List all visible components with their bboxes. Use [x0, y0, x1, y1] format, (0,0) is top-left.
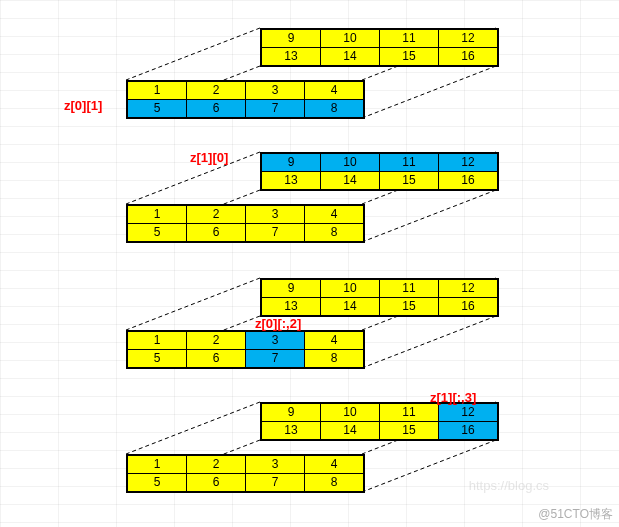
array-cell: 14	[321, 172, 380, 191]
array-cell: 15	[380, 422, 439, 441]
array-cell: 5	[127, 100, 187, 119]
array-cell: 6	[187, 350, 246, 369]
array-cell: 15	[380, 48, 439, 67]
array-cell: 16	[439, 172, 499, 191]
back-array: 910111213141516	[260, 152, 499, 191]
array-cell: 4	[305, 205, 365, 224]
array-cell: 12	[439, 29, 499, 48]
watermark-faint: https://blog.cs	[469, 478, 549, 493]
back-array: 910111213141516	[260, 28, 499, 67]
array-cell: 8	[305, 350, 365, 369]
array-cell: 16	[439, 422, 499, 441]
array-cell: 6	[187, 224, 246, 243]
array-cell: 13	[261, 298, 321, 317]
array-cell: 13	[261, 422, 321, 441]
array-cell: 12	[439, 403, 499, 422]
array-cell: 2	[187, 331, 246, 350]
array-cell: 9	[261, 29, 321, 48]
array-cell: 7	[246, 100, 305, 119]
array-cell: 13	[261, 48, 321, 67]
array-cell: 8	[305, 100, 365, 119]
array-cell: 15	[380, 298, 439, 317]
array-cell: 16	[439, 48, 499, 67]
array-cell: 2	[187, 81, 246, 100]
array-cell: 5	[127, 224, 187, 243]
index-label: z[1][:,3]	[430, 390, 476, 405]
array-cell: 11	[380, 29, 439, 48]
array-cell: 4	[305, 455, 365, 474]
array-cell: 1	[127, 205, 187, 224]
front-array: 12345678	[126, 204, 365, 243]
back-array: 910111213141516	[260, 278, 499, 317]
array-cell: 10	[321, 153, 380, 172]
array-cell: 3	[246, 455, 305, 474]
array-cell: 10	[321, 279, 380, 298]
index-label: z[0][1]	[64, 98, 102, 113]
array-cell: 14	[321, 48, 380, 67]
array-cell: 9	[261, 279, 321, 298]
array-cell: 9	[261, 153, 321, 172]
array-cell: 10	[321, 403, 380, 422]
watermark: @51CTO博客	[538, 506, 613, 523]
array-cell: 12	[439, 279, 499, 298]
front-array: 12345678	[126, 454, 365, 493]
array-cell: 11	[380, 403, 439, 422]
array-cell: 6	[187, 100, 246, 119]
array-cell: 9	[261, 403, 321, 422]
index-label: z[0][:,2]	[255, 316, 301, 331]
array-cell: 11	[380, 279, 439, 298]
array-cell: 3	[246, 81, 305, 100]
array-cell: 6	[187, 474, 246, 493]
array-cell: 7	[246, 474, 305, 493]
array-cell: 2	[187, 455, 246, 474]
array-cell: 10	[321, 29, 380, 48]
array-cell: 5	[127, 474, 187, 493]
array-cell: 11	[380, 153, 439, 172]
array-cell: 8	[305, 474, 365, 493]
array-cell: 3	[246, 205, 305, 224]
array-cell: 3	[246, 331, 305, 350]
array-cell: 5	[127, 350, 187, 369]
array-cell: 13	[261, 172, 321, 191]
array-cell: 4	[305, 81, 365, 100]
array-cell: 14	[321, 422, 380, 441]
back-array: 910111213141516	[260, 402, 499, 441]
array-cell: 16	[439, 298, 499, 317]
array-cell: 15	[380, 172, 439, 191]
array-cell: 12	[439, 153, 499, 172]
array-cell: 1	[127, 331, 187, 350]
front-array: 12345678	[126, 330, 365, 369]
array-cell: 14	[321, 298, 380, 317]
array-cell: 1	[127, 81, 187, 100]
index-label: z[1][0]	[190, 150, 228, 165]
array-cell: 7	[246, 350, 305, 369]
front-array: 12345678	[126, 80, 365, 119]
array-cell: 4	[305, 331, 365, 350]
array-cell: 1	[127, 455, 187, 474]
array-cell: 8	[305, 224, 365, 243]
array-cell: 7	[246, 224, 305, 243]
array-cell: 2	[187, 205, 246, 224]
